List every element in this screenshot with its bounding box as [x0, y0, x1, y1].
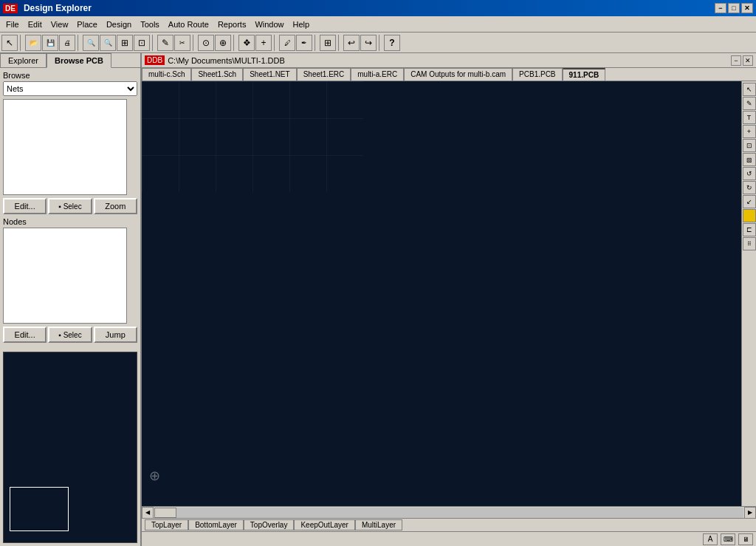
menu-item-view[interactable]: View: [47, 18, 73, 30]
nets-select-button[interactable]: ▪ Selec: [48, 198, 92, 214]
doc-tab-sheet1-erc[interactable]: Sheet1.ERC: [297, 68, 351, 81]
rt-pencil-tool[interactable]: ✎: [743, 97, 756, 110]
select-tool[interactable]: ⊙: [198, 35, 214, 51]
doc-minimize-button[interactable]: −: [731, 55, 741, 66]
doc-tab-sheet1-sch[interactable]: Sheet1.Sch: [191, 68, 243, 81]
layer-tab-multilayer[interactable]: MultiLayer: [355, 519, 402, 530]
nodes-select-button[interactable]: ▪ Selec: [48, 327, 92, 343]
draw-tool[interactable]: ✎: [157, 35, 173, 51]
doc-tab-multi-a-erc[interactable]: multi-a.ERC: [351, 68, 404, 81]
nodes-edit-button[interactable]: Edit...: [3, 327, 47, 343]
rt-zoom-tool[interactable]: ⊡: [743, 139, 756, 152]
menu-item-file[interactable]: File: [1, 18, 24, 30]
separator-6: [274, 35, 277, 51]
save-button[interactable]: 💾: [42, 35, 58, 51]
nets-zoom-button[interactable]: Zoom: [94, 198, 137, 214]
rt-color-swatch[interactable]: [743, 209, 756, 222]
open-button[interactable]: 📂: [25, 35, 41, 51]
redo-button[interactable]: ↪: [360, 35, 377, 51]
zoom-fit-button[interactable]: ⊞: [117, 35, 133, 51]
layer-tab-bottomlayer[interactable]: BottomLayer: [188, 519, 244, 530]
rt-move-tool[interactable]: ↙: [743, 195, 756, 208]
doc-tab-911-pcb[interactable]: 911.PCB: [563, 68, 606, 81]
nodes-jump-button[interactable]: Jump: [94, 327, 137, 343]
status-keyboard-button[interactable]: ⌨: [721, 533, 735, 545]
layer-tabs: TopLayerBottomLayerTopOverlayKeepOutLaye…: [142, 518, 756, 531]
menu-item-auto-route[interactable]: Auto Route: [164, 18, 213, 30]
route-tool[interactable]: 🖊: [279, 35, 295, 51]
doc-tab-sheet1-net[interactable]: Sheet1.NET: [243, 68, 296, 81]
doc-tab-pcb1-pcb[interactable]: PCB1.PCB: [512, 68, 562, 81]
menu-item-place[interactable]: Place: [72, 18, 102, 30]
doc-tab-multi-c-sch[interactable]: multi-c.Sch: [142, 68, 191, 81]
h-scroll-thumb[interactable]: [154, 508, 176, 518]
doc-tabs: multi-c.SchSheet1.SchSheet1.NETSheet1.ER…: [142, 68, 756, 81]
doc-close-button[interactable]: ✕: [743, 55, 753, 66]
menu-item-window[interactable]: Window: [250, 18, 288, 30]
menu-item-tools[interactable]: Tools: [136, 18, 164, 30]
help-button[interactable]: ?: [384, 35, 400, 51]
browse-dropdown[interactable]: Nets Components Pads Vias: [3, 81, 137, 96]
cross-tool[interactable]: ❖: [238, 35, 255, 51]
zoom-in-button[interactable]: 🔍: [83, 35, 99, 51]
rt-arrow-tool[interactable]: ↖: [743, 83, 756, 96]
svg-rect-0: [142, 81, 363, 192]
arrow-tool[interactable]: ↖: [1, 35, 18, 51]
tab-explorer[interactable]: Explorer: [0, 53, 47, 67]
rt-cross-tool[interactable]: +: [743, 125, 756, 138]
print-button[interactable]: 🖨: [59, 35, 75, 51]
nets-btn-row: Edit... ▪ Selec Zoom: [3, 198, 137, 214]
minimize-button[interactable]: −: [715, 3, 726, 13]
close-button[interactable]: ✕: [741, 3, 753, 13]
status-monitor-button[interactable]: 🖥: [738, 533, 753, 545]
minimap: [3, 352, 137, 543]
browse-label: Browse: [3, 71, 137, 80]
status-a-button[interactable]: A: [703, 533, 718, 545]
undo-button[interactable]: ↩: [343, 35, 360, 51]
left-panel: Explorer Browse PCB Browse Nets Componen…: [0, 53, 142, 546]
rt-select-tool[interactable]: ⊏: [743, 223, 756, 236]
title-bar: DE Design Explorer − □ ✕: [0, 0, 756, 16]
layer-tab-toplayer[interactable]: TopLayer: [145, 519, 188, 530]
nodes-list[interactable]: [3, 228, 127, 324]
zoom-area-button[interactable]: ⊡: [134, 35, 150, 51]
plus-tool[interactable]: +: [255, 35, 272, 51]
tab-browse-pcb[interactable]: Browse PCB: [47, 53, 111, 68]
pcb-canvas[interactable]: ⊕: [142, 81, 741, 506]
rt-hatch-tool[interactable]: ▨: [743, 153, 756, 166]
nets-list[interactable]: [3, 99, 127, 195]
doc-title: C:\My Documents\MULTI-1.DDB: [168, 56, 285, 65]
browse-section: Browse Nets Components Pads Vias Edit...…: [0, 68, 140, 349]
menu-item-help[interactable]: Help: [289, 18, 315, 30]
route2-tool[interactable]: ✒: [296, 35, 312, 51]
separator-1: [20, 35, 23, 51]
doc-icon: DDB: [145, 55, 165, 65]
scroll-left-button[interactable]: ◀: [142, 507, 154, 519]
menu-item-edit[interactable]: Edit: [24, 18, 47, 30]
h-scrollbar: ◀ ▶: [142, 506, 756, 518]
rt-text-tool[interactable]: T: [743, 111, 756, 124]
cut-tool[interactable]: ✂: [174, 35, 190, 51]
toolbar: ↖ 📂 💾 🖨 🔍 🔍 ⊞ ⊡ ✎ ✂ ⊙ ⊕ ❖ + 🖊 ✒ ⊞ ↩ ↪ ?: [0, 33, 756, 53]
right-toolbar: ↖ ✎ T + ⊡ ▨ ↺ ↻ ↙ ⊏ ⠿: [741, 81, 756, 506]
menu-item-design[interactable]: Design: [102, 18, 136, 30]
doc-title-bar: DDB C:\My Documents\MULTI-1.DDB − ✕: [142, 53, 756, 68]
nodes-btn-row: Edit... ▪ Selec Jump: [3, 327, 137, 343]
zoom-out-button[interactable]: 🔍: [100, 35, 116, 51]
rt-rotate-tool[interactable]: ↺: [743, 167, 756, 180]
rt-grid2-tool[interactable]: ⠿: [743, 237, 756, 250]
menu-item-reports[interactable]: Reports: [213, 18, 251, 30]
grid-tool[interactable]: ⊞: [320, 35, 336, 51]
h-scroll-track[interactable]: [154, 508, 743, 518]
rt-rotate2-tool[interactable]: ↻: [743, 181, 756, 194]
app-icon: DE: [3, 4, 18, 13]
deselect-tool[interactable]: ⊕: [215, 35, 231, 51]
compass-icon: ⊕: [149, 468, 160, 484]
layer-tab-topoverlay[interactable]: TopOverlay: [244, 519, 295, 530]
scroll-right-button[interactable]: ▶: [744, 507, 756, 519]
layer-tab-keepoutlayer[interactable]: KeepOutLayer: [294, 519, 355, 530]
maximize-button[interactable]: □: [728, 3, 740, 13]
separator-8: [338, 35, 341, 51]
doc-tab-cam-outputs-for-multi-b-cam[interactable]: CAM Outputs for multi-b.cam: [404, 68, 512, 81]
nets-edit-button[interactable]: Edit...: [3, 198, 47, 214]
